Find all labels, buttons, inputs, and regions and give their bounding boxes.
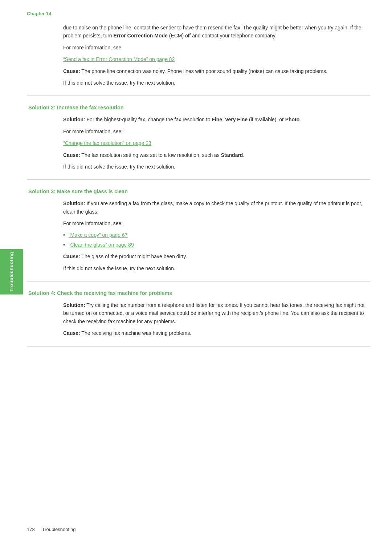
footer: 178 Troubleshooting [27,527,75,532]
solution-3-link1[interactable]: “Make a copy” on page 67 [63,231,370,239]
solution-3-heading: Solution 3: Make sure the glass is clean [28,189,370,194]
solution-4-text: Solution: Try calling the fax number fro… [63,301,370,325]
footer-page-number: 178 [27,527,35,532]
solution-4-section: Solution 4: Check the receiving fax mach… [27,290,370,337]
chapter-label: Chapter 14 [27,11,370,16]
solution-3-for-more: For more information, see: [63,219,370,227]
solution-2-cause: Cause: The fax resolution setting was se… [63,151,370,159]
intro-next-solution: If this did not solve the issue, try the… [63,79,370,87]
side-tab-container: Troubleshooting [0,249,23,294]
divider-2 [27,179,370,180]
solution-3-cause: Cause: The glass of the product might ha… [63,252,370,260]
solution-4-body: Solution: Try calling the fax number fro… [63,301,370,337]
intro-cause: Cause: The phone line connection was noi… [63,67,370,75]
intro-bold-ecm: Error Correction Mode [114,33,168,39]
solution-3-links: “Make a copy” on page 67 “Clean the glas… [63,231,370,249]
solution-3-next: If this did not solve the issue, try the… [63,264,370,272]
solution-3-body: Solution: If you are sending a fax from … [63,199,370,272]
divider-4 [27,346,370,347]
divider-1 [27,96,370,96]
intro-for-more: For more information, see: [63,44,370,52]
footer-label: Troubleshooting [42,527,76,532]
intro-link1[interactable]: “Send a fax in Error Correction Mode” on… [63,55,370,63]
solution-3-text: Solution: If you are sending a fax from … [63,199,370,216]
intro-paragraph1: due to noise on the phone line, contact … [63,24,370,40]
solution-4-heading: Solution 4: Check the receiving fax mach… [28,290,370,296]
solution-2-text: Solution: For the highest-quality fax, c… [63,116,370,123]
page: Chapter 14 due to noise on the phone lin… [0,0,392,543]
solution-2-for-more: For more information, see: [63,127,370,135]
solution-2-section: Solution 2: Increase the fax resolution … [27,105,370,171]
solution-2-body: Solution: For the highest-quality fax, c… [63,116,370,171]
side-tab: Troubleshooting [0,249,23,294]
solution-4-cause: Cause: The receiving fax machine was hav… [63,329,370,337]
solution-2-next: If this did not solve the issue, try the… [63,163,370,171]
solution-2-link[interactable]: “Change the fax resolution” on page 23 [63,139,370,147]
solution-3-section: Solution 3: Make sure the glass is clean… [27,189,370,272]
intro-block: due to noise on the phone line, contact … [63,24,370,87]
solution-2-heading: Solution 2: Increase the fax resolution [28,105,370,110]
divider-3 [27,281,370,281]
solution-3-link2[interactable]: “Clean the glass” on page 89 [63,241,370,249]
